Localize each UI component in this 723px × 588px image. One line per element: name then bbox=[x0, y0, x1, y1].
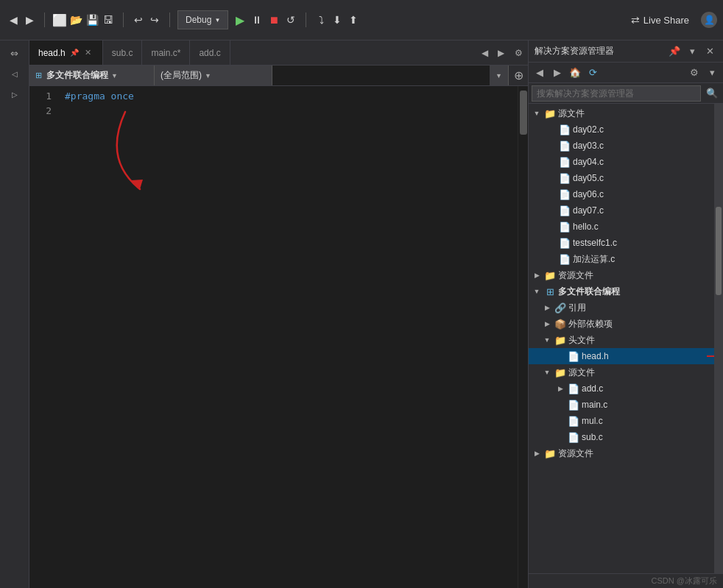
expand-ref[interactable]: ▶ bbox=[542, 302, 552, 313]
se-pin-btn[interactable]: 📌 bbox=[667, 44, 682, 59]
new-btn[interactable]: ⬜ bbox=[52, 13, 67, 27]
project-icon-multi: ⊞ bbox=[544, 286, 556, 297]
file-testselfc1-icon: 📄 bbox=[559, 238, 571, 249]
tree-file-day05[interactable]: 📄 day05.c bbox=[529, 170, 714, 186]
tree-file-main[interactable]: 📄 main.c bbox=[529, 397, 714, 413]
play-btn[interactable]: ▶ bbox=[233, 13, 247, 27]
step-out-btn[interactable]: ⬆ bbox=[346, 13, 361, 27]
file-day05-label: day05.c bbox=[573, 173, 604, 183]
tree-folder-res-top[interactable]: ▶ 📁 资源文件 bbox=[529, 267, 714, 283]
se-search-input[interactable] bbox=[532, 85, 701, 102]
tab-sub-c[interactable]: sub.c bbox=[103, 40, 143, 65]
se-nav-more[interactable]: ▾ bbox=[704, 65, 720, 81]
step-into-btn[interactable]: ⬇ bbox=[330, 13, 345, 27]
project-select[interactable]: ⊞ 多文件联合编程 ▼ bbox=[29, 65, 155, 85]
add-scope-btn[interactable]: ⊕ bbox=[509, 65, 528, 85]
tree-file-sub[interactable]: 📄 sub.c bbox=[529, 429, 714, 445]
se-close-btn[interactable]: ✕ bbox=[702, 44, 717, 59]
file-day04-icon: 📄 bbox=[559, 157, 571, 168]
tree-file-day03[interactable]: 📄 day03.c bbox=[529, 138, 714, 154]
tree-file-testselfc1[interactable]: 📄 testselfc1.c bbox=[529, 235, 714, 251]
left-expand-btn[interactable]: ⇔ bbox=[4, 43, 26, 63]
expand-source-top[interactable]: ▼ bbox=[532, 108, 542, 118]
tree-file-day04[interactable]: 📄 day04.c bbox=[529, 154, 714, 170]
se-search-icon[interactable]: 🔍 bbox=[704, 85, 720, 102]
tab-sub-c-label: sub.c bbox=[112, 48, 133, 58]
file-day02-label: day02.c bbox=[573, 124, 604, 135]
tree-folder-source-proj[interactable]: ▼ 📁 源文件 bbox=[529, 364, 714, 380]
code-line-2 bbox=[65, 104, 512, 118]
left-file-btn[interactable]: ▷ bbox=[4, 85, 26, 104]
step-group: ⤵ ⬇ ⬆ bbox=[314, 13, 361, 27]
folder-source-proj-label: 源文件 bbox=[568, 366, 595, 379]
file-hello-label: hello.c bbox=[573, 222, 599, 232]
expand-header[interactable]: ▼ bbox=[542, 335, 552, 345]
file-testselfc1-label: testselfc1.c bbox=[573, 238, 617, 248]
tree-file-head-h[interactable]: 📄 head.h bbox=[529, 348, 714, 364]
expand-external[interactable]: ▶ bbox=[542, 319, 552, 329]
se-nav-forward[interactable]: ▶ bbox=[549, 65, 565, 81]
se-tree-container: ▼ 📁 源文件 📄 day02.c 📄 day03.c 📄 bbox=[529, 104, 723, 573]
file-add-icon: 📄 bbox=[568, 383, 579, 394]
expand-res-bottom[interactable]: ▶ bbox=[532, 448, 542, 458]
forward-btn[interactable]: ▶ bbox=[22, 13, 37, 27]
open-btn[interactable]: 📂 bbox=[68, 13, 83, 27]
expand-day02 bbox=[546, 124, 557, 135]
expand-res-top[interactable]: ▶ bbox=[532, 270, 542, 280]
tree-folder-source-top[interactable]: ▼ 📁 源文件 bbox=[529, 105, 714, 121]
tree-file-day02[interactable]: 📄 day02.c bbox=[529, 121, 714, 138]
tree-file-day07[interactable]: 📄 day07.c bbox=[529, 202, 714, 219]
se-arrow-btn[interactable]: ▾ bbox=[685, 44, 699, 59]
tab-add-c[interactable]: add.c bbox=[190, 40, 230, 65]
tab-scroll-left[interactable]: ◀ bbox=[476, 40, 493, 65]
tab-bar: head.h 📌 ✕ sub.c main.c* add.c ◀ ▶ ⚙ bbox=[29, 40, 528, 65]
tab-scroll-right[interactable]: ▶ bbox=[493, 40, 509, 65]
se-nav-back[interactable]: ◀ bbox=[532, 65, 548, 81]
undo-btn[interactable]: ↩ bbox=[131, 13, 146, 27]
se-sync-btn[interactable]: ⟳ bbox=[585, 65, 601, 81]
tree-folder-res-bottom[interactable]: ▶ 📁 资源文件 bbox=[529, 445, 714, 461]
se-nav-home[interactable]: 🏠 bbox=[567, 65, 583, 81]
tab-main-c[interactable]: main.c* bbox=[142, 40, 190, 65]
tree-folder-header[interactable]: ▼ 📁 头文件 bbox=[529, 332, 714, 348]
tree-file-add[interactable]: ▶ 📄 add.c bbox=[529, 380, 714, 397]
tree-file-day06[interactable]: 📄 day06.c bbox=[529, 186, 714, 202]
tab-settings-btn[interactable]: ⚙ bbox=[509, 40, 528, 65]
file-day03-label: day03.c bbox=[573, 141, 604, 151]
tree-project-multi[interactable]: ▼ ⊞ 多文件联合编程 bbox=[529, 283, 714, 300]
file-mul-label: mul.c bbox=[582, 416, 603, 426]
tree-folder-external[interactable]: ▶ 📦 外部依赖项 bbox=[529, 316, 714, 332]
back-btn[interactable]: ◀ bbox=[6, 13, 21, 27]
debug-dropdown[interactable]: Debug ▼ bbox=[177, 10, 228, 29]
se-scrollbar-thumb bbox=[716, 207, 722, 295]
folder-res-bottom-icon: 📁 bbox=[544, 448, 556, 459]
tab-head-h-pin[interactable]: 📌 bbox=[70, 49, 79, 57]
tab-head-h-close[interactable]: ✕ bbox=[83, 48, 94, 58]
tree-folder-ref[interactable]: ▶ 🔗 引用 bbox=[529, 300, 714, 316]
expand-source-proj[interactable]: ▼ bbox=[542, 367, 552, 378]
left-nav-btn[interactable]: ◁ bbox=[4, 64, 26, 83]
scope-select-right[interactable]: ▼ bbox=[490, 65, 509, 85]
save-btn[interactable]: 💾 bbox=[85, 13, 99, 27]
redo-btn[interactable]: ↪ bbox=[147, 13, 162, 27]
tree-file-addop[interactable]: 📄 加法运算.c bbox=[529, 251, 714, 267]
restart-btn[interactable]: ↺ bbox=[283, 13, 298, 27]
tab-head-h[interactable]: head.h 📌 ✕ bbox=[29, 40, 103, 65]
tree-file-mul[interactable]: 📄 mul.c bbox=[529, 413, 714, 429]
stop-btn[interactable]: ⏹ bbox=[267, 13, 281, 27]
svg-marker-0 bbox=[131, 180, 143, 189]
liveshare-button[interactable]: ⇄ Live Share bbox=[625, 11, 695, 29]
scope-select[interactable]: (全局范围) ▼ bbox=[155, 65, 272, 85]
pause-btn[interactable]: ⏸ bbox=[250, 13, 264, 27]
tree-file-hello[interactable]: 📄 hello.c bbox=[529, 219, 714, 235]
file-hello-icon: 📄 bbox=[559, 222, 571, 233]
expand-project[interactable]: ▼ bbox=[532, 286, 542, 297]
user-avatar[interactable]: 👤 bbox=[701, 12, 717, 28]
editor-scrollbar[interactable] bbox=[518, 86, 528, 588]
save-all-btn[interactable]: 🖫 bbox=[101, 13, 116, 27]
code-content[interactable]: #pragma once bbox=[59, 86, 518, 588]
se-nav-settings[interactable]: ⚙ bbox=[686, 65, 702, 81]
se-scrollbar[interactable] bbox=[714, 104, 723, 573]
step-over-btn[interactable]: ⤵ bbox=[314, 13, 328, 27]
folder-header-label: 头文件 bbox=[568, 334, 595, 347]
